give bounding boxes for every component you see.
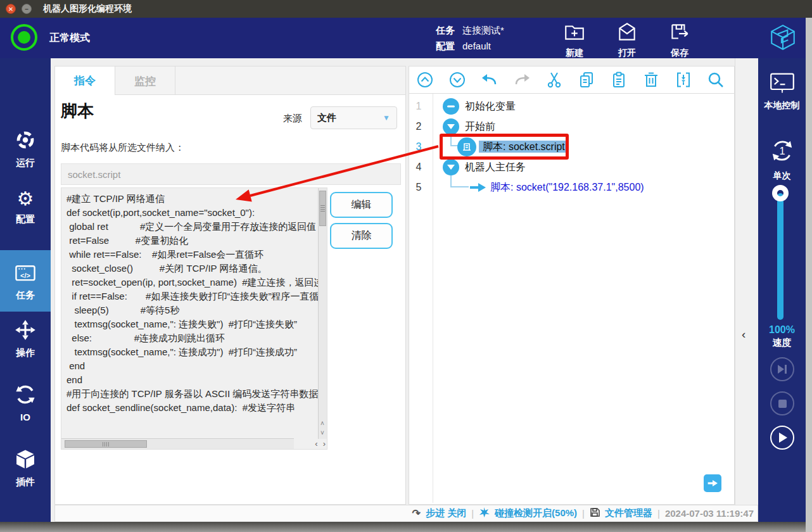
mode-indicator-icon	[11, 24, 37, 51]
sidebar-item-task[interactable]: </> 任务	[0, 250, 51, 312]
new-button[interactable]: 新建	[559, 21, 590, 59]
copy-icon[interactable]	[577, 70, 595, 89]
collision-icon	[479, 507, 490, 520]
io-loop-icon	[15, 384, 36, 408]
task-label: 任务	[436, 25, 455, 35]
chevron-down-icon: ▼	[383, 113, 390, 122]
paste-icon[interactable]	[609, 70, 628, 89]
mode-label: 正常模式	[49, 32, 90, 45]
step-mode-icon: ↷	[412, 507, 421, 519]
tab-instruction[interactable]: 指令	[55, 66, 115, 96]
task-value: 连接测试*	[462, 25, 504, 35]
script-code-viewer[interactable]: #建立 TCP/IP 网络通信 def socket(ip,port,socke…	[61, 187, 327, 450]
sidebar-item-run[interactable]: 运行	[0, 129, 51, 169]
desktop-taskbar-strip	[0, 522, 812, 532]
save-button[interactable]: 保存	[664, 21, 695, 59]
tree-row-script-socket[interactable]: 脚本: socket.script	[479, 137, 569, 157]
plugin-cube-icon	[15, 448, 36, 472]
svg-text:</>: </>	[20, 272, 30, 279]
scroll-right-icon[interactable]: ›	[323, 439, 326, 448]
horizontal-scroll-thumb[interactable]	[65, 440, 147, 448]
datetime-display: 2024-07-03 11:19:47	[665, 508, 754, 519]
window-close-button[interactable]: ✕	[6, 4, 16, 14]
sidebar-item-plugin[interactable]: 插件	[0, 448, 51, 488]
tree-row-number: 4	[409, 157, 429, 177]
page-title: 脚本	[61, 100, 94, 122]
step-forward-button[interactable]	[770, 357, 794, 381]
move-up-icon[interactable]	[416, 70, 434, 89]
collapse-node-icon[interactable]	[443, 159, 459, 175]
task-config-info: 任务连接测试* 配置default	[436, 22, 504, 54]
sidebar-item-config[interactable]: ⚙ 配置	[0, 188, 51, 225]
undo-icon[interactable]	[480, 70, 498, 89]
status-bar: ↷ 步进 关闭 | 碰撞检测开启(50%) | 文件管理器 | 2024-07-…	[54, 505, 758, 522]
config-gear-icon: ⚙	[17, 188, 34, 210]
tree-row-script-call[interactable]: 脚本: socket("192.168.37.1",8500)	[490, 177, 644, 198]
script-node-icon[interactable]	[457, 137, 476, 156]
speed-slider-track[interactable]	[777, 193, 783, 320]
run-icon	[15, 129, 36, 153]
left-nav-sidebar: 运行 ⚙ 配置 </> 任务 操作 IO 插件 A 6 B E	[0, 58, 51, 522]
script-hint-text: 脚本代码将从所选文件纳入：	[61, 142, 184, 154]
window-minimize-button[interactable]: –	[22, 4, 32, 14]
speed-slider-thumb[interactable]	[772, 185, 789, 201]
tree-row-number: 5	[409, 177, 429, 198]
panel-collapse-strip: ‹	[735, 58, 758, 505]
merge-icon[interactable]	[674, 70, 692, 89]
app-window: ✕ – 机器人图形化编程环境 正常模式 任务连接测试* 配置default 新建…	[0, 0, 812, 532]
collapse-node-icon[interactable]	[443, 118, 459, 135]
play-button[interactable]	[770, 426, 794, 450]
local-control-terminal-icon	[770, 72, 795, 96]
scroll-down-icon[interactable]: ˅	[319, 428, 326, 438]
desktop-edge-strip	[806, 18, 812, 532]
redo-icon[interactable]	[512, 70, 531, 89]
collision-status[interactable]: 碰撞检测开启(50%)	[495, 507, 577, 519]
tree-connector	[450, 133, 458, 146]
config-value: default	[462, 41, 491, 51]
scroll-left-icon[interactable]: ‹	[315, 439, 317, 448]
svg-text:1: 1	[779, 145, 785, 156]
minus-node-icon[interactable]	[443, 98, 459, 115]
tree-row-main-task[interactable]: 机器人主任务	[465, 157, 526, 177]
code-text: #建立 TCP/IP 网络通信 def socket(ip,port,socke…	[61, 188, 318, 438]
new-folder-icon	[563, 21, 586, 46]
open-button[interactable]: 打开	[611, 21, 643, 59]
single-run-mode[interactable]: 1 单次	[758, 137, 806, 182]
app-header: 正常模式 任务连接测试* 配置default 新建 打开 保存	[0, 18, 812, 58]
sidebar-item-io[interactable]: IO	[0, 384, 51, 422]
tree-row-init-vars[interactable]: 初始化变量	[465, 96, 516, 117]
source-select[interactable]: 文件 ▼	[310, 106, 397, 129]
local-control[interactable]: 本地控制	[758, 72, 806, 111]
speed-label: 速度	[758, 337, 806, 349]
edit-button[interactable]: 编辑	[330, 192, 393, 218]
right-control-sidebar: 本地控制 1 单次 100% 速度	[758, 58, 806, 522]
vertical-scrollbar[interactable]: ˄˅	[318, 188, 327, 439]
tab-monitor[interactable]: 监控	[115, 66, 175, 96]
step-mode-status[interactable]: 步进 关闭	[426, 507, 466, 519]
window-title: 机器人图形化编程环境	[43, 3, 132, 15]
tree-row-before-start[interactable]: 开始前	[465, 117, 495, 137]
move-down-icon[interactable]	[448, 70, 466, 89]
file-manager-link[interactable]: 文件管理器	[605, 507, 652, 519]
sidebar-item-operate[interactable]: 操作	[0, 319, 51, 359]
horizontal-scrollbar[interactable]	[61, 438, 294, 449]
delete-icon[interactable]	[642, 70, 660, 89]
task-code-icon: </>	[15, 262, 36, 286]
file-manager-icon	[590, 507, 600, 519]
search-icon[interactable]	[706, 70, 725, 89]
open-icon	[616, 21, 638, 46]
clear-button[interactable]: 清除	[330, 223, 393, 249]
jump-to-node-button[interactable]	[704, 474, 721, 492]
move-arrows-icon	[15, 319, 36, 343]
brand-cube-logo	[768, 23, 798, 56]
scroll-up-icon[interactable]: ˄	[319, 419, 326, 428]
stop-button[interactable]	[770, 391, 794, 415]
source-label: 来源	[283, 113, 302, 125]
single-run-loop-icon: 1	[769, 137, 796, 167]
cut-icon[interactable]	[545, 70, 563, 89]
config-label: 配置	[436, 41, 455, 51]
vertical-scroll-thumb[interactable]	[319, 191, 326, 226]
script-filename-field[interactable]: socket.script	[61, 163, 401, 185]
collapse-panel-icon[interactable]: ‹	[742, 327, 745, 341]
tree-row-number: 2	[409, 117, 429, 137]
